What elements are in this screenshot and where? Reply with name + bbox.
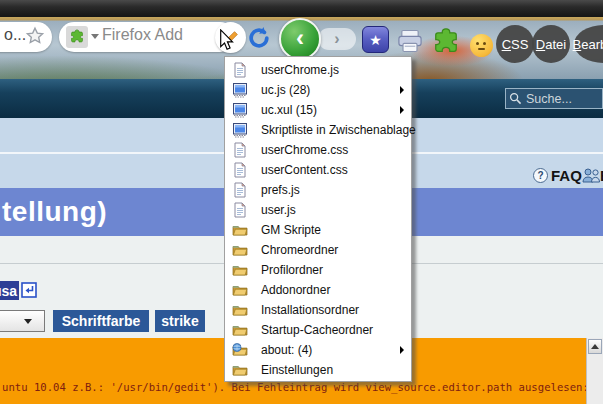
menu-item-icon bbox=[232, 102, 248, 118]
menu-item-icon bbox=[232, 302, 248, 318]
screen-icon bbox=[232, 82, 248, 98]
file-icon bbox=[232, 202, 248, 218]
menu-item-icon bbox=[232, 82, 248, 98]
menu-item[interactable]: userContent.css bbox=[225, 160, 411, 180]
menu-item[interactable]: uc.js (28) bbox=[225, 80, 411, 100]
menu-item[interactable]: Chromeordner bbox=[225, 240, 411, 260]
menu-item-icon bbox=[232, 222, 248, 238]
menu-item[interactable]: GM Skripte bbox=[225, 220, 411, 240]
submenu-arrow-icon bbox=[400, 86, 404, 94]
mouse-cursor bbox=[219, 29, 234, 55]
menu-item-label: userContent.css bbox=[261, 163, 348, 177]
menu-item[interactable]: userChrome.js bbox=[225, 60, 411, 80]
menu-item[interactable]: Installationsordner bbox=[225, 300, 411, 320]
menu-item-icon bbox=[232, 262, 248, 278]
menu-item[interactable]: Startup-Cacheordner bbox=[225, 320, 411, 340]
menu-item-label: prefs.js bbox=[261, 183, 300, 197]
menu-item-label: Chromeordner bbox=[261, 243, 338, 257]
menu-item-icon bbox=[232, 142, 248, 158]
menu-item[interactable]: uc.xul (15) bbox=[225, 100, 411, 120]
faq-link[interactable]: FAQ bbox=[551, 167, 582, 184]
menu-item-icon bbox=[232, 122, 248, 138]
font-select-dropdown[interactable] bbox=[0, 310, 45, 332]
menu-item-icon bbox=[232, 242, 248, 258]
menu-button-label: Datei bbox=[536, 37, 566, 52]
members-icon[interactable] bbox=[581, 168, 602, 187]
selected-link[interactable]: usa bbox=[0, 281, 19, 300]
browser-window: o... Firefox Add › ‹ ★ bbox=[0, 0, 603, 404]
button-label: Schriftfarbe bbox=[62, 313, 141, 329]
menu-item-icon bbox=[232, 342, 248, 358]
printer-icon bbox=[396, 29, 424, 53]
addon-search-text[interactable]: Firefox Add bbox=[102, 26, 183, 44]
url-bar-text[interactable]: o... bbox=[4, 26, 26, 44]
folder-icon bbox=[232, 282, 248, 298]
chevron-down-icon bbox=[24, 319, 32, 324]
file-icon bbox=[232, 162, 248, 178]
menu-item-label: user.js bbox=[261, 203, 296, 217]
search-icon bbox=[509, 92, 522, 105]
reload-button[interactable] bbox=[246, 25, 272, 55]
screen-icon bbox=[232, 122, 248, 138]
menu-item[interactable]: about: (4) bbox=[225, 340, 411, 360]
menu-button-datei[interactable]: Datei bbox=[532, 25, 570, 63]
bookmark-star-icon: ★ bbox=[369, 32, 382, 48]
file-icon bbox=[232, 182, 248, 198]
menu-item-label: uc.xul (15) bbox=[261, 103, 317, 117]
scroll-up-button[interactable] bbox=[588, 339, 602, 354]
screen-icon bbox=[232, 102, 248, 118]
folder-icon bbox=[232, 222, 248, 238]
menu-button-css[interactable]: CSS bbox=[496, 25, 534, 63]
folder-icon bbox=[232, 322, 248, 338]
menu-item-icon bbox=[232, 182, 248, 198]
strike-button[interactable]: strike bbox=[155, 310, 205, 332]
bookmark-star-outline-icon[interactable] bbox=[25, 26, 45, 50]
menu-item-label: about: (4) bbox=[261, 343, 312, 357]
addons-button[interactable] bbox=[431, 27, 461, 61]
puzzle-icon bbox=[431, 27, 461, 57]
file-icon bbox=[232, 142, 248, 158]
menu-item[interactable]: prefs.js bbox=[225, 180, 411, 200]
forward-button[interactable]: › bbox=[318, 28, 356, 50]
site-search-input[interactable]: Suche... bbox=[505, 88, 603, 109]
smiley-icon[interactable] bbox=[470, 34, 493, 57]
print-button[interactable] bbox=[396, 29, 424, 57]
menu-item[interactable]: Addonordner bbox=[225, 280, 411, 300]
menu-item-label: Addonordner bbox=[261, 283, 330, 297]
window-titlebar bbox=[0, 0, 603, 17]
menu-item-label: userChrome.css bbox=[261, 143, 348, 157]
menu-item-label: GM Skripte bbox=[261, 223, 321, 237]
menu-item[interactable]: Profilordner bbox=[225, 260, 411, 280]
addon-engine-chip[interactable] bbox=[66, 26, 88, 48]
menu-item[interactable]: Skriptliste in Zwischenablage bbox=[225, 120, 411, 140]
faq-question-icon[interactable]: ? bbox=[533, 168, 548, 183]
back-button[interactable]: ‹ bbox=[279, 18, 321, 60]
back-icon: ‹ bbox=[296, 24, 304, 52]
file-icon bbox=[232, 62, 248, 78]
menu-item[interactable]: Einstellungen bbox=[225, 360, 411, 380]
submenu-arrow-icon bbox=[400, 106, 404, 114]
code-block-scrollbar[interactable] bbox=[586, 338, 603, 404]
bookmarks-button[interactable]: ★ bbox=[362, 26, 389, 53]
button-label: strike bbox=[161, 313, 198, 329]
menu-button-label: Bearbeiten bbox=[573, 37, 603, 52]
folder-icon bbox=[232, 242, 248, 258]
menu-item-icon bbox=[232, 62, 248, 78]
menu-item-icon bbox=[232, 282, 248, 298]
menu-item-label: uc.js (28) bbox=[261, 83, 310, 97]
jump-to-post-icon[interactable] bbox=[21, 282, 37, 302]
forward-icon: › bbox=[334, 30, 339, 48]
menu-button-label: CSS bbox=[502, 37, 529, 52]
site-search-placeholder: Suche... bbox=[526, 92, 572, 106]
menu-item-icon bbox=[232, 322, 248, 338]
code-text: untu 10.04 z.B.: '/usr/bin/gedit'). Bei … bbox=[2, 381, 589, 393]
menu-item-label: Einstellungen bbox=[261, 363, 333, 377]
menu-item-label: Skriptliste in Zwischenablage bbox=[261, 123, 416, 137]
menu-item-icon bbox=[232, 202, 248, 218]
menu-item[interactable]: user.js bbox=[225, 200, 411, 220]
menu-item[interactable]: userChrome.css bbox=[225, 140, 411, 160]
menu-item-icon bbox=[232, 362, 248, 378]
schriftfarbe-button[interactable]: Schriftfarbe bbox=[53, 310, 149, 332]
chevron-down-icon[interactable] bbox=[91, 34, 99, 39]
reload-icon bbox=[246, 25, 272, 51]
